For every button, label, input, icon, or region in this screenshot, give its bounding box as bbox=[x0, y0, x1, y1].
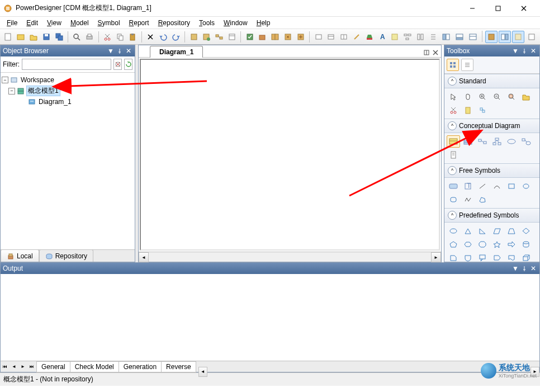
text-icon[interactable]: A bbox=[376, 31, 388, 43]
pin-icon[interactable] bbox=[520, 265, 528, 272]
shape-parallelogram-icon[interactable] bbox=[490, 225, 504, 237]
cut-tool-icon[interactable] bbox=[447, 104, 460, 116]
view-browser-icon[interactable] bbox=[440, 31, 452, 43]
new-project-icon[interactable] bbox=[15, 31, 27, 43]
close-panel-icon[interactable]: ✕ bbox=[125, 47, 132, 55]
new-icon[interactable] bbox=[2, 31, 14, 43]
generate-icon[interactable] bbox=[295, 31, 306, 43]
close-panel-icon[interactable]: ✕ bbox=[529, 47, 537, 55]
minimize-button[interactable] bbox=[460, 0, 485, 17]
tab-local[interactable]: Local bbox=[1, 249, 39, 262]
merge-icon[interactable] bbox=[282, 31, 294, 43]
paste-tool-icon[interactable] bbox=[461, 104, 475, 116]
open-diagram-icon[interactable] bbox=[519, 91, 533, 103]
file-tool-icon[interactable] bbox=[447, 149, 460, 161]
tool-3-icon[interactable] bbox=[214, 31, 225, 43]
view-output-icon[interactable] bbox=[453, 31, 466, 43]
entity-tool-icon[interactable] bbox=[447, 135, 460, 148]
text-tool-icon[interactable]: T bbox=[461, 180, 475, 192]
shape-cube-icon[interactable] bbox=[519, 252, 533, 262]
view-result-icon[interactable] bbox=[467, 31, 479, 43]
tool-2-icon[interactable] bbox=[201, 31, 212, 43]
view-list-icon[interactable] bbox=[512, 31, 524, 43]
filter-input[interactable] bbox=[22, 59, 111, 70]
horizontal-scrollbar[interactable]: ◄ ► bbox=[139, 252, 441, 262]
view-toolbox-icon[interactable] bbox=[499, 31, 511, 43]
shape-octagon-icon[interactable] bbox=[476, 238, 489, 251]
tab-nav-prev-icon[interactable]: ◄ bbox=[10, 364, 18, 369]
ellipse-tool-icon[interactable] bbox=[519, 180, 533, 192]
impact-icon[interactable] bbox=[257, 31, 268, 43]
redo-icon[interactable] bbox=[170, 31, 182, 43]
copy-icon[interactable] bbox=[114, 31, 126, 43]
mode-grid-icon[interactable] bbox=[447, 59, 459, 71]
layout-1-icon[interactable] bbox=[402, 31, 414, 43]
polyline-tool-icon[interactable] bbox=[461, 193, 475, 206]
diagram-tab[interactable]: Diagram_1 bbox=[150, 46, 203, 58]
arc-tool-icon[interactable] bbox=[490, 180, 504, 192]
rounded-rect-tool-icon[interactable] bbox=[447, 193, 460, 206]
maximize-button[interactable] bbox=[485, 0, 511, 17]
paste-icon[interactable] bbox=[127, 31, 139, 43]
rect-tool-icon[interactable] bbox=[505, 180, 518, 192]
pointer-tool-icon[interactable] bbox=[447, 91, 460, 103]
line-tool-icon[interactable] bbox=[476, 180, 489, 192]
section-free-symbols[interactable]: ^ Free Symbols bbox=[444, 163, 539, 178]
shape-triangle-icon[interactable] bbox=[461, 225, 475, 237]
shape-shield-icon[interactable] bbox=[461, 252, 475, 262]
output-tab-reverse[interactable]: Reverse bbox=[161, 361, 196, 372]
collapse-icon[interactable]: − bbox=[2, 77, 8, 83]
menu-tools[interactable]: Tools bbox=[195, 18, 219, 28]
shape-flag-icon[interactable] bbox=[490, 252, 504, 262]
pin-icon[interactable] bbox=[520, 47, 528, 55]
relationship-tool-icon[interactable] bbox=[476, 135, 489, 148]
tree-workspace[interactable]: − Workspace bbox=[2, 75, 134, 85]
shape-card-icon[interactable] bbox=[447, 252, 460, 262]
refresh-icon[interactable] bbox=[124, 59, 132, 70]
properties-icon[interactable] bbox=[226, 31, 238, 43]
assoc-link-tool-icon[interactable] bbox=[519, 135, 533, 148]
polygon-tool-icon[interactable] bbox=[476, 193, 489, 206]
shape-trapezoid-icon[interactable] bbox=[505, 225, 518, 237]
scroll-left-icon[interactable]: ◄ bbox=[139, 252, 149, 262]
save-icon[interactable] bbox=[40, 31, 52, 43]
shape-hexagon-icon[interactable] bbox=[461, 238, 475, 251]
section-predefined[interactable]: ^ Predefined Symbols bbox=[444, 208, 539, 223]
close-diagram-icon[interactable] bbox=[432, 49, 439, 56]
menu-view[interactable]: View bbox=[42, 18, 66, 28]
association-tool-icon[interactable] bbox=[505, 135, 518, 148]
display-1-icon[interactable] bbox=[312, 31, 324, 43]
menu-report[interactable]: Report bbox=[125, 18, 154, 28]
menu-edit[interactable]: Edit bbox=[22, 18, 42, 28]
diagram-canvas[interactable] bbox=[140, 59, 440, 251]
menu-window[interactable]: Window bbox=[219, 18, 252, 28]
output-tab-generation[interactable]: Generation bbox=[119, 361, 162, 372]
tab-nav-next-icon[interactable]: ► bbox=[18, 364, 27, 369]
pin-icon[interactable] bbox=[116, 47, 124, 55]
shape-pentagon-icon[interactable] bbox=[447, 238, 460, 251]
scroll-right-icon[interactable]: ► bbox=[431, 252, 441, 262]
dropdown-icon[interactable]: ▼ bbox=[511, 265, 519, 272]
output-tab-check-model[interactable]: Check Model bbox=[70, 361, 119, 372]
delete-icon[interactable] bbox=[145, 31, 157, 43]
shape-document-icon[interactable] bbox=[505, 252, 518, 262]
view-diagram-icon[interactable] bbox=[525, 31, 538, 43]
zoom-out-icon[interactable] bbox=[490, 91, 504, 103]
close-panel-icon[interactable]: ✕ bbox=[529, 265, 537, 272]
dropdown-icon[interactable]: ▼ bbox=[511, 47, 519, 55]
section-conceptual[interactable]: ^ Conceptual Diagram bbox=[444, 119, 539, 133]
collapse-up-icon[interactable]: ^ bbox=[448, 77, 457, 86]
scroll-left-icon[interactable]: ◄ bbox=[198, 367, 207, 377]
collapse-icon[interactable]: − bbox=[8, 88, 15, 95]
tab-repository[interactable]: Repository bbox=[39, 249, 93, 262]
find-icon[interactable] bbox=[71, 31, 83, 43]
display-2-icon[interactable] bbox=[325, 31, 337, 43]
shape-diamond-icon[interactable] bbox=[519, 225, 533, 237]
tool-1-icon[interactable] bbox=[188, 31, 200, 43]
filter-clear-icon[interactable] bbox=[113, 59, 122, 70]
zoom-in-icon[interactable] bbox=[476, 91, 489, 103]
open-icon[interactable] bbox=[28, 31, 40, 43]
edit-text-icon[interactable] bbox=[351, 31, 363, 43]
save-all-icon[interactable] bbox=[53, 31, 65, 43]
compare-icon[interactable] bbox=[269, 31, 281, 43]
